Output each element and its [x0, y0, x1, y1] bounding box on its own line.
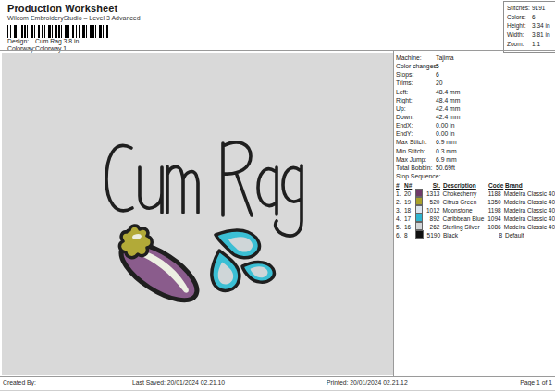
cell-code: 1350	[487, 198, 504, 206]
info-row: Max Jump:6.9 mm	[396, 155, 555, 164]
summary-row-stitches: Stitches: 9191	[507, 4, 555, 13]
info-value: 42.4 mm	[436, 113, 460, 121]
sweat-droplets-icon	[212, 230, 275, 290]
cell-description: Sterling Silver	[442, 223, 487, 231]
barcode	[7, 25, 109, 38]
summary-row-height: Height: 3.34 in	[507, 21, 555, 31]
cell-description: Chokecherry	[442, 190, 487, 198]
summary-value: 9191	[532, 4, 545, 13]
page-number: Page 1 of 1	[520, 379, 552, 386]
app-subtitle: Wilcom EmbroideryStudio – Level 3 Advanc…	[7, 15, 141, 21]
design-label: Design:	[7, 38, 35, 44]
thread-color-swatch	[415, 214, 424, 222]
cell-description: Caribbean Blue	[442, 214, 487, 223]
summary-label: Width:	[507, 31, 532, 40]
design-preview-canvas	[2, 53, 393, 375]
thread-color-swatch	[415, 189, 424, 197]
info-label: Up:	[396, 104, 436, 113]
info-value: 0.3 mm	[436, 147, 457, 155]
letter-C	[106, 145, 132, 210]
production-worksheet-page: Production Worksheet Wilcom EmbroiderySt…	[0, 0, 555, 392]
info-label: EndX:	[396, 121, 436, 129]
cell-brand: Default	[505, 231, 555, 239]
thread-color-swatch	[415, 197, 424, 205]
eggplant-icon	[113, 226, 206, 311]
info-value: 0.00 in	[436, 129, 454, 138]
cell-code: 1198	[487, 206, 504, 214]
info-label: Max Stitch:	[396, 138, 436, 146]
info-row: Color changes:5	[396, 62, 555, 70]
info-row: Total Bobbin:50.69ft	[396, 164, 555, 172]
info-label: Stops:	[396, 70, 436, 79]
col-header-num: #	[396, 181, 404, 190]
info-value: 6	[436, 70, 439, 79]
summary-label: Height:	[507, 21, 532, 31]
footer-divider	[0, 376, 555, 377]
info-row: Stops:6	[396, 70, 555, 79]
info-value: 6.9 mm	[436, 138, 457, 146]
printed-text: Printed: 20/01/2024 02.21.12	[327, 379, 408, 386]
cell-num: 2.	[396, 198, 404, 206]
col-header-code: Code	[488, 181, 505, 190]
cell-stitches: 262	[425, 223, 443, 231]
thread-swatch	[415, 230, 425, 240]
info-label: Color changes:	[396, 62, 436, 70]
cell-brand: Madeira Classic 40	[504, 190, 555, 198]
panel-divider	[393, 50, 394, 377]
cell-needle: 8	[404, 231, 415, 239]
header-divider	[0, 50, 555, 51]
cell-needle: 16	[404, 223, 415, 231]
summary-label: Colors:	[507, 13, 532, 22]
col-header-needle: N#	[404, 181, 415, 190]
info-value: Tajima	[436, 54, 454, 62]
info-label: Min Stitch:	[396, 147, 436, 155]
stop-sequence-row: 6. 8 5190 Black 8 Default	[396, 231, 555, 239]
cell-code: 1086	[487, 223, 504, 231]
info-label: Trims:	[396, 79, 436, 87]
summary-row-colors: Colors: 6	[507, 13, 555, 22]
thread-color-swatch	[415, 230, 424, 239]
cell-needle: 17	[404, 214, 415, 223]
info-row: Right:48.4 mm	[396, 96, 555, 104]
last-saved-text: Last Saved: 20/01/2024 02.21.10	[132, 379, 225, 386]
info-row: Up:42.4 mm	[396, 104, 555, 113]
design-text	[106, 142, 302, 236]
info-row: Max Stitch:6.9 mm	[396, 138, 555, 146]
embroidery-design	[2, 53, 393, 375]
cell-brand: Madeira Classic 40	[504, 223, 555, 231]
summary-value: 1:1	[532, 40, 540, 49]
info-value: 50.69ft	[436, 164, 455, 172]
page-title: Production Worksheet	[7, 3, 117, 14]
summary-value: 6	[532, 13, 536, 22]
col-header-description: Description	[443, 181, 488, 190]
info-value: 6.9 mm	[436, 155, 457, 164]
cell-description: Moonstone	[442, 206, 487, 214]
cell-brand: Madeira Classic 40	[504, 198, 555, 206]
cell-stitches: 1313	[425, 190, 443, 198]
info-row: EndX:0.00 in	[396, 121, 555, 129]
info-label: Machine:	[396, 54, 436, 62]
col-header-stitches: St.	[425, 181, 443, 190]
stop-sequence-title: Stop Sequence:	[396, 172, 555, 181]
cell-stitches: 892	[425, 214, 443, 223]
info-row: Down:42.4 mm	[396, 113, 555, 121]
info-label: Max Jump:	[396, 155, 436, 164]
eggplant-calyx	[119, 226, 152, 258]
cell-needle: 20	[404, 190, 415, 198]
info-value: 48.4 mm	[436, 96, 460, 104]
info-value: 42.4 mm	[436, 104, 460, 113]
summary-row-zoom: Zoom: 1:1	[507, 40, 555, 49]
cell-code: 1188	[487, 190, 504, 198]
info-row: Min Stitch:0.3 mm	[396, 147, 555, 155]
col-header-brand: Brand	[505, 181, 555, 190]
design-summary-box: Stitches: 9191 Colors: 6 Height: 3.34 in…	[503, 1, 555, 53]
info-label: Left:	[396, 88, 436, 96]
letter-R	[223, 142, 252, 215]
cell-needle: 19	[404, 198, 415, 206]
cell-stitches: 520	[425, 198, 443, 206]
created-by-label: Created By:	[3, 379, 36, 386]
info-row: EndY:0.00 in	[396, 129, 555, 138]
letter-u	[140, 167, 162, 213]
info-value: 20	[436, 79, 443, 87]
info-label: Right:	[396, 96, 436, 104]
